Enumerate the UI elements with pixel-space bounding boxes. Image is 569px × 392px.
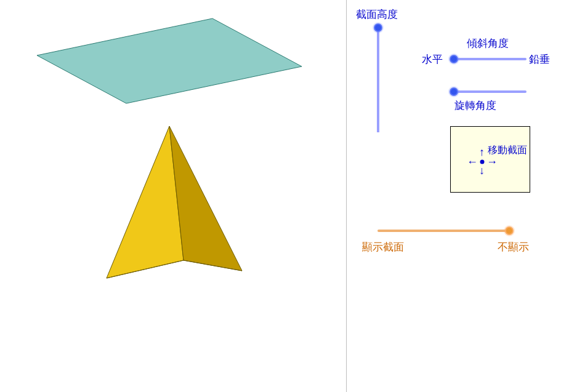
rotation-angle-label: 旋轉角度 bbox=[454, 100, 496, 111]
svg-marker-0 bbox=[37, 18, 302, 103]
display-left-label: 顯示截面 bbox=[362, 242, 404, 252]
arrow-right-icon: → bbox=[486, 156, 498, 167]
section-height-thumb[interactable] bbox=[374, 23, 382, 32]
rotation-angle-thumb[interactable] bbox=[450, 87, 458, 96]
arrow-left-icon: ← bbox=[467, 156, 478, 167]
tilt-angle-track bbox=[450, 57, 527, 62]
rotation-angle-track bbox=[450, 89, 527, 94]
arrow-up-icon: ↑ bbox=[479, 146, 485, 158]
display-toggle-track bbox=[377, 228, 512, 233]
move-section-label: 移動截面 bbox=[488, 145, 527, 155]
cutting-plane bbox=[37, 18, 302, 103]
section-height-track bbox=[375, 25, 381, 132]
tilt-left-label: 水平 bbox=[422, 54, 443, 65]
move-center-dot bbox=[480, 160, 485, 164]
display-toggle-thumb[interactable] bbox=[505, 226, 514, 235]
section-height-label: 截面高度 bbox=[356, 9, 398, 20]
tilt-right-label: 鉛垂 bbox=[529, 54, 550, 65]
move-section-pad[interactable]: ↑ ↓ ← → 移動截面 bbox=[450, 126, 530, 193]
controls-panel: 截面高度 傾斜角度 水平 鉛垂 旋轉角度 ↑ ↓ ← → 移動截面 bbox=[347, 0, 569, 392]
arrow-down-icon: ↓ bbox=[479, 165, 485, 176]
tilt-angle-thumb[interactable] bbox=[450, 55, 458, 63]
viewport-3d[interactable] bbox=[0, 0, 347, 392]
pyramid bbox=[107, 126, 242, 278]
display-right-label: 不顯示 bbox=[498, 242, 529, 252]
tilt-angle-label: 傾斜角度 bbox=[467, 38, 509, 49]
scene-svg bbox=[0, 0, 347, 392]
